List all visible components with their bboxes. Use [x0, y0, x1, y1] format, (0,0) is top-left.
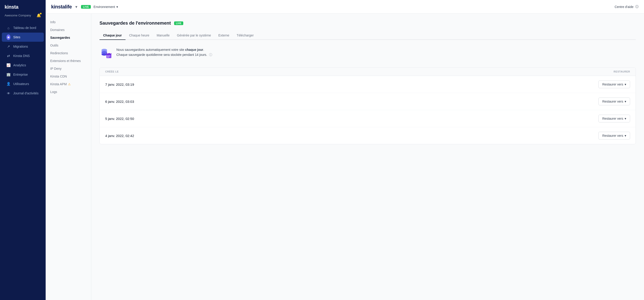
svg-point-4: [102, 53, 107, 56]
sub-sidebar-item-domaines[interactable]: Domaines: [46, 26, 91, 34]
table-header: CRÉÉE LE RESTAURER: [100, 67, 636, 76]
sidebar: kinsta Awesome Company 🔔 ⌂ Tableau de bo…: [0, 0, 46, 300]
users-icon: 👤: [6, 82, 10, 86]
backup-table: CRÉÉE LE RESTAURER 7 janv. 2022, 03:19 R…: [100, 67, 636, 144]
restore-label-0: Restaurer vers: [602, 82, 623, 86]
live-badge-header: LIVE: [81, 5, 90, 9]
sub-sidebar-item-kinsta-apm[interactable]: Kinsta APM ⚠: [46, 80, 91, 88]
restore-chevron-icon-2: ▾: [624, 117, 626, 120]
sub-sidebar-item-extensions[interactable]: Extensions et thèmes: [46, 57, 91, 65]
sidebar-label-utilisateurs: Utilisateurs: [13, 82, 29, 86]
backup-date-0: 7 janv. 2022, 03:19: [105, 82, 598, 86]
sub-sidebar-label-domaines: Domaines: [50, 28, 64, 32]
restore-button-1[interactable]: Restaurer vers ▾: [598, 98, 630, 105]
restore-button-2[interactable]: Restaurer vers ▾: [598, 115, 630, 122]
sub-sidebar-label-kinsta-apm: Kinsta APM: [50, 82, 67, 86]
site-dropdown-button[interactable]: ▾: [74, 4, 78, 10]
info-box: Nous sauvegardons automatiquement votre …: [100, 46, 636, 61]
sidebar-company: Awesome Company 🔔: [0, 12, 46, 21]
site-name: kinstalife: [51, 4, 72, 10]
dns-icon: ⇄: [6, 54, 10, 58]
page-title: Sauvegardes de l'environnement: [100, 20, 171, 26]
sidebar-item-utilisateurs[interactable]: 👤 Utilisateurs: [2, 79, 44, 88]
sub-sidebar-label-logs: Logs: [50, 90, 57, 94]
backup-date-1: 6 janv. 2022, 03:03: [105, 100, 598, 103]
svg-rect-11: [109, 56, 110, 56]
sidebar-label-migrations: Migrations: [13, 45, 28, 48]
sub-sidebar-item-sauvegardes[interactable]: Sauvegardes: [46, 34, 91, 41]
backup-date-3: 4 janv. 2022, 02:42: [105, 134, 598, 138]
database-calendar-icon: [100, 47, 112, 60]
sub-sidebar-label-outils: Outils: [50, 43, 58, 47]
sub-sidebar-label-redirections: Redirections: [50, 51, 68, 55]
sidebar-item-entreprise[interactable]: 🏢 Entreprise: [2, 70, 44, 79]
sidebar-label-sites: Sites: [13, 35, 20, 39]
svg-rect-7: [108, 52, 108, 54]
backup-date-2: 5 janv. 2022, 02:50: [105, 117, 598, 121]
sidebar-nav: ⌂ Tableau de bord ◉ Sites ↗ Migrations ⇄…: [0, 21, 46, 300]
home-icon: ⌂: [6, 26, 10, 30]
sub-sidebar-label-kinsta-cdn: Kinsta CDN: [50, 74, 67, 78]
tab-externe[interactable]: Externe: [215, 31, 233, 40]
sub-sidebar-label-sauvegardes: Sauvegardes: [50, 36, 70, 39]
sub-sidebar-item-ip-deny[interactable]: IP Deny: [46, 65, 91, 72]
info-help-icon[interactable]: ⓘ: [209, 53, 212, 56]
sidebar-label-journal: Journal d'activités: [13, 91, 38, 95]
tab-telecharger[interactable]: Télécharger: [233, 31, 258, 40]
sub-sidebar-label-info: Info: [50, 20, 56, 24]
top-header: kinstalife ▾ LIVE Environnement ▾ Centre…: [46, 0, 644, 14]
sub-sidebar-item-logs[interactable]: Logs: [46, 88, 91, 96]
table-row: 5 janv. 2022, 02:50 Restaurer vers ▾: [100, 110, 636, 127]
sidebar-item-migrations[interactable]: ↗ Migrations: [2, 42, 44, 51]
svg-rect-13: [108, 57, 109, 57]
svg-rect-10: [108, 56, 109, 56]
svg-rect-12: [107, 57, 108, 57]
env-chevron-icon: ▾: [116, 5, 118, 9]
sub-sidebar-item-kinsta-cdn[interactable]: Kinsta CDN: [46, 72, 91, 80]
restore-button-3[interactable]: Restaurer vers ▾: [598, 132, 630, 140]
eye-icon: 👁: [6, 91, 10, 95]
tab-manuelle[interactable]: Manuelle: [153, 31, 173, 40]
analytics-icon: 📈: [6, 63, 10, 67]
restore-button-0[interactable]: Restaurer vers ▾: [598, 80, 630, 88]
environment-dropdown[interactable]: Environnement ▾: [94, 5, 118, 9]
building-icon: 🏢: [6, 72, 10, 77]
body-layout: Info Domaines Sauvegardes Outils Redirec…: [46, 14, 644, 300]
tab-generee[interactable]: Générée par le système: [173, 31, 214, 40]
info-text-line2: .: [203, 48, 204, 51]
sidebar-item-tableau-de-bord[interactable]: ⌂ Tableau de bord: [2, 23, 44, 32]
restore-chevron-icon-1: ▾: [624, 100, 626, 103]
backup-tabs: Chaque jour Chaque heure Manuelle Généré…: [100, 31, 636, 40]
content-area: Sauvegardes de l'environnement LIVE Chaq…: [91, 14, 644, 300]
page-header: Sauvegardes de l'environnement LIVE: [100, 20, 636, 26]
notification-bell[interactable]: 🔔: [36, 13, 41, 17]
tab-chaque-jour[interactable]: Chaque jour: [100, 31, 126, 40]
sidebar-item-journal[interactable]: 👁 Journal d'activités: [2, 89, 44, 98]
restore-label-1: Restaurer vers: [602, 100, 623, 103]
sub-sidebar-label-ip-deny: IP Deny: [50, 67, 62, 70]
sub-sidebar: Info Domaines Sauvegardes Outils Redirec…: [46, 14, 91, 300]
migrations-icon: ↗: [6, 44, 10, 48]
brand-logo: kinsta: [4, 4, 18, 10]
sidebar-item-sites[interactable]: ◉ Sites: [2, 33, 44, 42]
warning-icon: ⚠: [68, 82, 71, 86]
help-label: Centre d'aide: [614, 5, 634, 9]
live-badge-page: LIVE: [174, 21, 183, 25]
sidebar-item-kinsta-dns[interactable]: ⇄ Kinsta DNS: [2, 51, 44, 60]
sub-sidebar-item-outils[interactable]: Outils: [46, 41, 91, 49]
table-row: 4 janv. 2022, 02:42 Restaurer vers ▾: [100, 127, 636, 144]
sub-sidebar-item-info[interactable]: Info: [46, 18, 91, 26]
help-center[interactable]: Centre d'aide ⓘ: [614, 5, 638, 9]
info-text-line1: Nous sauvegardons automatiquement votre …: [116, 48, 185, 51]
svg-rect-9: [107, 56, 108, 56]
tab-chaque-heure[interactable]: Chaque heure: [126, 31, 153, 40]
info-text-line3: Chaque sauvegarde quotidienne sera stock…: [116, 53, 207, 56]
info-text-bold: chaque jour: [185, 48, 203, 51]
sub-sidebar-item-redirections[interactable]: Redirections: [46, 49, 91, 57]
sidebar-label-kinsta-dns: Kinsta DNS: [13, 54, 30, 58]
sidebar-item-analytics[interactable]: 📈 Analytics: [2, 61, 44, 70]
bell-dot: [40, 13, 42, 14]
circle-icon: ◉: [6, 35, 10, 39]
restore-chevron-icon-0: ▾: [624, 82, 626, 86]
help-icon: ⓘ: [635, 5, 638, 9]
